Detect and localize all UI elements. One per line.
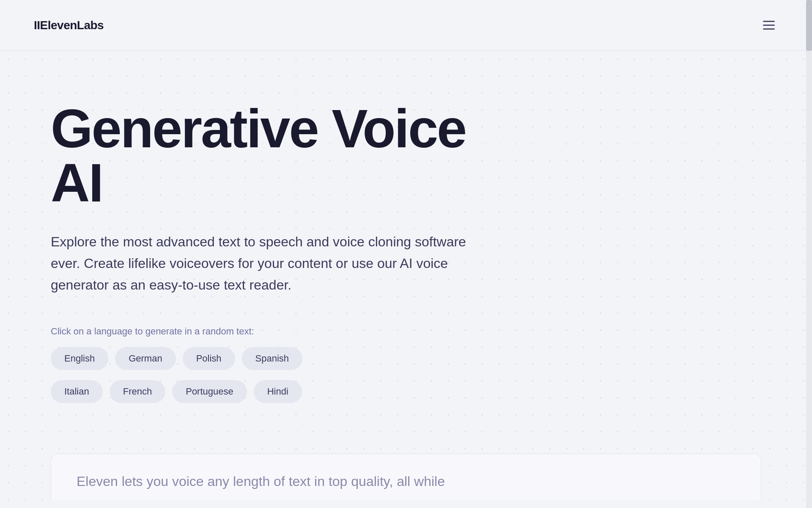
menu-line-1 (763, 21, 775, 22)
hero-title: Generative Voice AI (51, 102, 499, 210)
language-tag-french[interactable]: French (110, 380, 165, 403)
menu-line-3 (763, 28, 775, 30)
main-content: Generative Voice AI Explore the most adv… (0, 51, 550, 428)
language-tag-portuguese[interactable]: Portuguese (172, 380, 247, 403)
language-tag-spanish[interactable]: Spanish (242, 347, 303, 370)
menu-line-2 (763, 25, 775, 26)
scrollbar-thumb[interactable] (806, 0, 812, 51)
language-tag-polish[interactable]: Polish (183, 347, 235, 370)
language-section: Click on a language to generate in a ran… (51, 326, 499, 403)
bottom-section: Eleven lets you voice any length of text… (51, 454, 761, 500)
header: IIElevenLabs (0, 0, 812, 51)
scrollbar-track[interactable] (806, 0, 812, 508)
hero-subtitle: Explore the most advanced text to speech… (51, 231, 499, 296)
language-tag-hindi[interactable]: Hindi (254, 380, 302, 403)
menu-button[interactable] (760, 17, 778, 33)
bottom-hint-text: Eleven lets you voice any length of text… (77, 471, 735, 491)
language-tag-italian[interactable]: Italian (51, 380, 103, 403)
language-tag-english[interactable]: English (51, 347, 108, 370)
language-tags-row-2: Italian French Portuguese Hindi (51, 380, 499, 403)
logo[interactable]: IIElevenLabs (34, 19, 104, 32)
language-tags-row-1: English German Polish Spanish (51, 347, 499, 370)
language-tag-german[interactable]: German (115, 347, 176, 370)
language-prompt: Click on a language to generate in a ran… (51, 326, 499, 337)
